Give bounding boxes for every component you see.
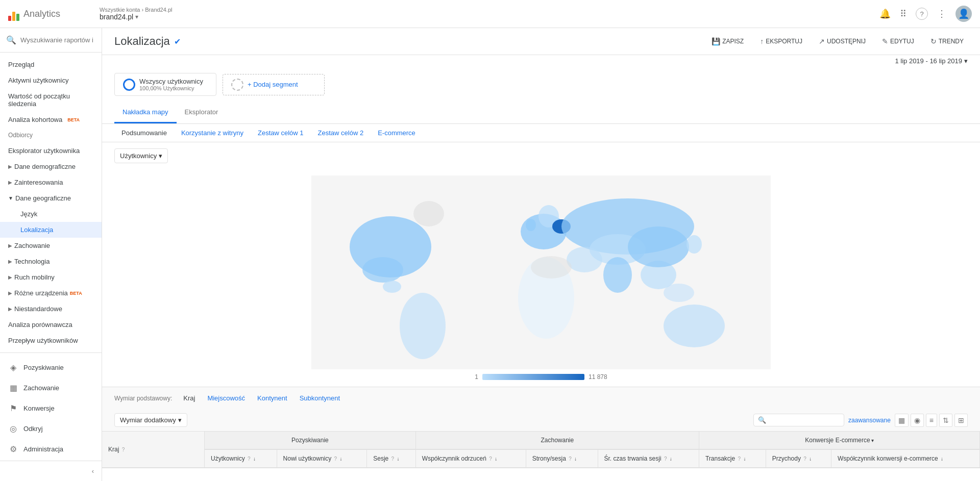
table-controls: Wymiar dodatkowy ▾ 🔍 zaawansowane ▦ ◉ ≡ …	[102, 409, 980, 432]
sub-tab-summary[interactable]: Podsumowanie	[114, 124, 174, 142]
trends-button[interactable]: ↻ TRENDY	[926, 34, 968, 48]
save-icon: 💾	[712, 37, 720, 45]
revenue-sort-icon[interactable]: ↓	[809, 456, 812, 462]
admin-icon: ⚙	[8, 444, 18, 454]
segment-all-users[interactable]: Wszyscy użytkownicy 100,00% Użytkownicy	[114, 73, 216, 96]
tab-explorer[interactable]: Eksplorator	[177, 102, 227, 123]
sessions-sort-icon[interactable]: ↓	[397, 456, 400, 462]
pivot-view-icon[interactable]: ⊞	[954, 414, 968, 427]
bar-view-icon[interactable]: ≡	[926, 414, 937, 427]
sidebar-item-location[interactable]: Lokalizacja	[0, 222, 102, 238]
notifications-icon[interactable]: 🔔	[879, 8, 891, 19]
transactions-sort-icon[interactable]: ↓	[743, 456, 746, 462]
add-segment-button[interactable]: + Dodaj segment	[223, 74, 325, 95]
sub-tab-site-usage[interactable]: Korzystanie z witryny	[174, 124, 251, 142]
metric-dropdown[interactable]: Użytkownicy ▾	[114, 148, 168, 163]
sidebar-item-acquisition[interactable]: ◈ Pozyskiwanie	[0, 357, 102, 377]
new-users-help-icon[interactable]: ?	[334, 456, 337, 462]
advanced-link[interactable]: zaawansowane	[848, 417, 891, 424]
bounce-help-icon[interactable]: ?	[489, 456, 492, 462]
help-icon[interactable]: ?	[916, 8, 928, 20]
secondary-dimension-dropdown[interactable]: Wymiar dodatkowy ▾	[114, 413, 187, 427]
data-table: Kraj ? Pozyskiwanie Zachowanie Konwersje…	[102, 432, 980, 468]
date-range-selector[interactable]: 1 lip 2019 - 16 lip 2019 ▾	[895, 57, 968, 65]
collapse-icon: ‹	[92, 467, 94, 468]
export-button[interactable]: ↑ EKSPORTUJ	[756, 34, 806, 48]
revenue-help-icon[interactable]: ?	[803, 456, 806, 462]
conversion-sort-icon[interactable]: ↓	[941, 456, 943, 462]
legend-min-value: 1	[475, 373, 478, 381]
sidebar-item-demographics[interactable]: ▶ Dane demograficzne	[0, 159, 102, 174]
apps-grid-icon[interactable]: ⠿	[900, 8, 906, 19]
svg-point-4	[383, 281, 401, 293]
sidebar-item-mobile[interactable]: ▶ Ruch mobilny	[0, 269, 102, 285]
table-search-input[interactable]	[768, 417, 840, 424]
tab-map-overlay[interactable]: Nakładka mapy	[114, 102, 177, 123]
share-icon: ↗	[819, 37, 825, 45]
transactions-help-icon[interactable]: ?	[738, 456, 741, 462]
sidebar-item-technology[interactable]: ▶ Technologia	[0, 254, 102, 269]
sidebar-item-language[interactable]: Język	[0, 206, 102, 222]
users-help-icon[interactable]: ?	[248, 456, 251, 462]
search-input[interactable]	[20, 36, 95, 44]
users-sort-icon[interactable]: ↓	[253, 456, 256, 462]
edit-icon: ✎	[882, 37, 888, 45]
more-icon[interactable]: ⋮	[937, 8, 946, 19]
user-avatar[interactable]: 👤	[955, 6, 972, 22]
sub-tab-ecommerce[interactable]: E-commerce	[371, 124, 423, 142]
bounce-sort-icon[interactable]: ↓	[495, 456, 497, 462]
sidebar-item-conversions[interactable]: ⚑ Konwersje	[0, 398, 102, 418]
svg-point-14	[531, 256, 572, 279]
segments-bar: Wszyscy użytkownicy 100,00% Użytkownicy …	[102, 67, 980, 102]
share-button[interactable]: ↗ UDOSTĘPNIJ	[815, 34, 870, 48]
circle-view-icon[interactable]: ◉	[911, 414, 924, 427]
avg-session-sort-icon[interactable]: ↓	[670, 456, 672, 462]
sidebar-item-admin[interactable]: ⚙ Administracja	[0, 439, 102, 459]
sidebar-collapse-button[interactable]: ‹	[0, 461, 102, 468]
col-header-transactions: Transakcje ? ↓	[699, 449, 766, 468]
sidebar-item-cross-device[interactable]: ▶ Różne urządzeniaBETA	[0, 285, 102, 301]
ecommerce-dropdown[interactable]: E-commerce ▾	[836, 437, 874, 444]
grid-view-icon[interactable]: ▦	[895, 414, 909, 427]
pages-help-icon[interactable]: ?	[569, 456, 572, 462]
dimension-tab-city[interactable]: Miejscowość	[202, 391, 250, 405]
sessions-help-icon[interactable]: ?	[391, 456, 395, 462]
pages-sort-icon[interactable]: ↓	[574, 456, 577, 462]
top-header: Analytics Wszystkie konta › Brand24.pl b…	[0, 0, 980, 28]
dimension-tab-continent[interactable]: Kontynent	[252, 391, 292, 405]
dimension-tab-subcontinent[interactable]: Subkontynent	[295, 391, 346, 405]
sidebar-item-interests[interactable]: ▶ Zainteresowania	[0, 174, 102, 190]
group-header-conversions: Konwersje E-commerce ▾	[699, 432, 979, 449]
new-users-sort-icon[interactable]: ↓	[340, 456, 342, 462]
sub-tab-goal-set-1[interactable]: Zestaw celów 1	[251, 124, 311, 142]
breadcrumb-brand-selector[interactable]: brand24.pl ▾	[100, 13, 172, 21]
sidebar-item-geo-data[interactable]: ▼ Dane geograficzne	[0, 190, 102, 206]
sidebar-item-overview[interactable]: Przegląd	[0, 57, 102, 72]
sidebar-item-lifetime-value[interactable]: Wartość od początku śledzenia	[0, 88, 102, 112]
svg-point-3	[413, 201, 444, 226]
avg-session-help-icon[interactable]: ?	[664, 456, 667, 462]
dimension-tab-country[interactable]: Kraj	[178, 391, 200, 405]
sidebar-item-cohort[interactable]: Analiza kohortowaBETA	[0, 112, 102, 128]
sidebar-item-user-flow[interactable]: Przepływ użytkowników	[0, 333, 102, 348]
add-segment-circle-icon	[231, 79, 243, 91]
sidebar-item-user-explorer[interactable]: Eksplorator użytkownika	[0, 143, 102, 159]
sidebar-item-custom[interactable]: ▶ Niestandardowe	[0, 301, 102, 317]
sub-tab-goal-set-2[interactable]: Zestaw celów 2	[311, 124, 371, 142]
save-button[interactable]: 💾 ZAPISZ	[707, 34, 748, 48]
sidebar-item-active-users[interactable]: Aktywni użytkownicy	[0, 72, 102, 88]
country-help-icon[interactable]: ?	[122, 447, 125, 452]
col-header-users: Użytkownicy ? ↓	[205, 449, 277, 468]
data-table-container: Kraj ? Pozyskiwanie Zachowanie Konwersje…	[102, 432, 980, 468]
sidebar-item-audience[interactable]: Odbiorcy	[0, 128, 102, 143]
sort-view-icon[interactable]: ⇅	[939, 414, 952, 427]
sidebar-item-behavior[interactable]: ▶ Zachowanie	[0, 238, 102, 254]
sidebar-item-comparative[interactable]: Analiza porównawcza	[0, 317, 102, 333]
sidebar-item-behavior-main[interactable]: ▦ Zachowanie	[0, 377, 102, 398]
group-header-behavior: Zachowanie	[415, 432, 699, 449]
map-legend: 1 11 878	[475, 373, 607, 381]
edit-button[interactable]: ✎ EDYTUJ	[878, 34, 918, 48]
export-icon: ↑	[760, 37, 764, 45]
svg-point-19	[664, 305, 725, 347]
sidebar-item-discover[interactable]: ◎ Odkryj	[0, 418, 102, 439]
